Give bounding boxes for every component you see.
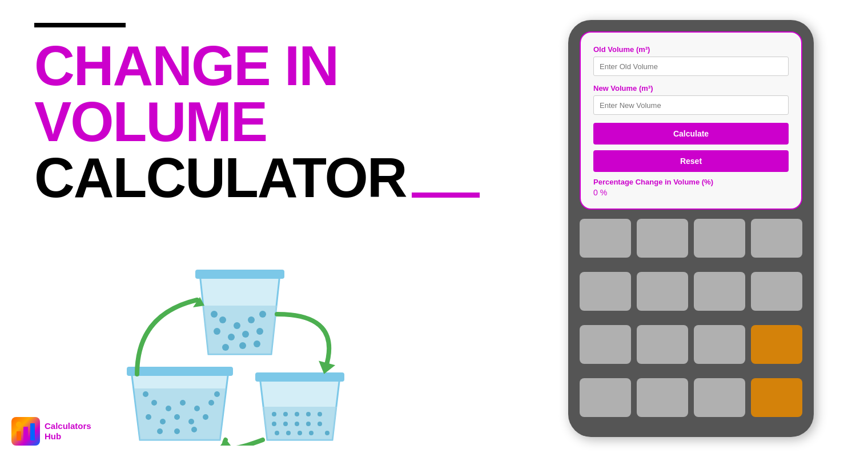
svg-point-7 xyxy=(228,334,235,340)
key-5[interactable] xyxy=(580,272,631,311)
key-13[interactable] xyxy=(580,378,631,417)
svg-point-3 xyxy=(219,316,226,323)
svg-point-10 xyxy=(239,342,246,349)
key-9[interactable] xyxy=(580,325,631,364)
svg-rect-34 xyxy=(255,372,344,382)
old-volume-label: Old Volume (m³) xyxy=(593,45,789,54)
svg-point-26 xyxy=(188,419,194,424)
svg-point-36 xyxy=(272,412,276,416)
svg-point-4 xyxy=(234,322,240,329)
key-10[interactable] xyxy=(637,325,688,364)
logo-text: Calculators Hub xyxy=(45,421,91,442)
key-3[interactable] xyxy=(694,219,745,258)
svg-point-23 xyxy=(146,414,151,420)
svg-marker-17 xyxy=(134,388,226,440)
title-underline-decoration xyxy=(412,193,480,198)
svg-point-39 xyxy=(306,412,311,416)
svg-rect-1 xyxy=(195,270,284,279)
svg-point-25 xyxy=(174,414,180,420)
svg-point-49 xyxy=(309,431,314,435)
svg-point-29 xyxy=(174,428,180,434)
svg-point-40 xyxy=(318,412,322,416)
svg-point-28 xyxy=(157,428,163,434)
logo: Calculators Hub xyxy=(11,417,91,446)
old-volume-input[interactable] xyxy=(593,57,789,76)
svg-point-46 xyxy=(275,431,279,435)
reset-button[interactable]: Reset xyxy=(593,150,789,172)
svg-point-21 xyxy=(194,406,200,411)
svg-point-42 xyxy=(283,422,288,426)
key-14[interactable] xyxy=(637,378,688,417)
svg-point-5 xyxy=(248,316,255,323)
title-line3: CALCULATOR xyxy=(34,150,480,206)
calculator-device: Old Volume (m³) New Volume (m³) Calculat… xyxy=(568,20,814,437)
svg-point-12 xyxy=(254,340,260,347)
logo-icon xyxy=(11,417,40,446)
svg-point-13 xyxy=(211,311,218,318)
svg-rect-16 xyxy=(127,367,233,376)
result-value: 0 % xyxy=(593,188,789,197)
svg-point-8 xyxy=(214,328,220,335)
svg-point-41 xyxy=(272,422,276,426)
left-section: CHANGE IN VOLUME CALCULATOR xyxy=(0,0,514,457)
title-line1: CHANGE IN xyxy=(34,38,480,94)
new-volume-label: New Volume (m³) xyxy=(593,84,789,93)
svg-point-20 xyxy=(180,400,186,406)
svg-point-47 xyxy=(286,431,291,435)
svg-rect-56 xyxy=(30,423,35,440)
key-4[interactable] xyxy=(751,219,802,258)
svg-point-57 xyxy=(16,422,22,427)
right-section: Old Volume (m³) New Volume (m³) Calculat… xyxy=(514,0,868,457)
svg-point-9 xyxy=(256,328,263,335)
key-11[interactable] xyxy=(694,325,745,364)
svg-point-31 xyxy=(143,391,148,397)
key-7[interactable] xyxy=(694,272,745,311)
key-8[interactable] xyxy=(751,272,802,311)
svg-point-18 xyxy=(151,400,157,406)
key-1[interactable] xyxy=(580,219,631,258)
title-line2: VOLUME xyxy=(34,94,480,150)
svg-point-11 xyxy=(222,344,229,351)
beakers-illustration xyxy=(103,263,377,446)
svg-rect-55 xyxy=(23,427,28,440)
svg-point-14 xyxy=(259,311,266,318)
svg-point-48 xyxy=(298,431,302,435)
svg-point-43 xyxy=(295,422,299,426)
svg-point-22 xyxy=(208,400,214,406)
svg-point-37 xyxy=(283,412,288,416)
svg-rect-54 xyxy=(17,431,21,440)
svg-point-38 xyxy=(295,412,299,416)
svg-point-19 xyxy=(166,406,171,411)
new-volume-input[interactable] xyxy=(593,95,789,115)
key-15[interactable] xyxy=(694,378,745,417)
svg-point-32 xyxy=(214,391,220,397)
key-12-orange[interactable] xyxy=(751,325,802,364)
calculator-screen: Old Volume (m³) New Volume (m³) Calculat… xyxy=(580,31,802,210)
key-16-orange[interactable] xyxy=(751,378,802,417)
svg-point-24 xyxy=(160,419,166,424)
result-label: Percentage Change in Volume (%) xyxy=(593,178,789,186)
key-2[interactable] xyxy=(637,219,688,258)
top-decorative-bar xyxy=(34,23,126,27)
calculate-button[interactable]: Calculate xyxy=(593,123,789,145)
svg-point-30 xyxy=(191,427,197,432)
svg-point-50 xyxy=(325,431,329,435)
svg-point-27 xyxy=(203,414,208,420)
svg-point-6 xyxy=(242,331,249,338)
key-6[interactable] xyxy=(637,272,688,311)
svg-point-44 xyxy=(306,422,311,426)
svg-point-45 xyxy=(318,422,322,426)
calculator-keypad xyxy=(580,219,802,426)
